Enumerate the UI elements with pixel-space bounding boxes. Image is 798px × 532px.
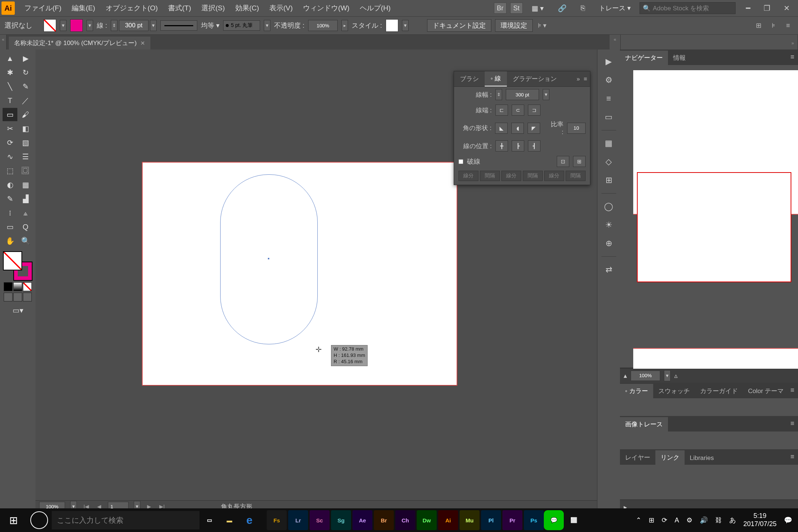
tool-3-1[interactable]: ／ (18, 94, 33, 107)
draw-normal[interactable] (4, 293, 13, 301)
tool-9-0[interactable]: ◐ (3, 178, 17, 191)
dash-preserve-exact[interactable]: ⊡ (557, 156, 569, 167)
stroke-dropdown[interactable]: ▼ (86, 20, 93, 31)
right-collapse-1[interactable]: « (610, 35, 621, 50)
ratio-input[interactable] (567, 123, 586, 134)
stroke-stepper[interactable]: ⇕ (111, 20, 117, 31)
minimize-button[interactable]: ━ (746, 4, 750, 13)
zoom-dropdown[interactable]: ▼ (664, 370, 671, 381)
draw-inside[interactable] (23, 293, 32, 301)
style-swatch[interactable] (386, 19, 398, 32)
taskbar-dw-icon[interactable]: Dw (417, 510, 437, 530)
taskbar-sc-icon[interactable]: Sc (310, 510, 330, 530)
swatches-tab[interactable]: スウォッチ (653, 384, 695, 398)
tool-12-1[interactable]: Q (18, 220, 33, 233)
trace-panel[interactable] (620, 432, 798, 449)
tool-8-1[interactable]: ⿴ (18, 164, 33, 177)
stroke-weight-input[interactable] (119, 20, 149, 31)
menu-help[interactable]: ヘルプ(H) (355, 0, 396, 16)
canvas[interactable]: ✛ W : 92.78 mm H : 161.93 mm R : 45.16 m… (35, 50, 597, 514)
navigator-tab[interactable]: ナビゲーター (620, 51, 668, 65)
zoom-out-icon[interactable]: ▴ (624, 372, 627, 380)
grid-icon[interactable]: ⊞ (753, 20, 764, 31)
taskbar-br-icon[interactable]: Br (374, 510, 394, 530)
image-trace-tab[interactable]: 画像トレース (620, 417, 668, 432)
fill-dropdown[interactable]: ▼ (60, 20, 66, 31)
color-menu-icon[interactable]: ≡ (790, 386, 794, 394)
tool-2-1[interactable]: ✎ (18, 80, 33, 93)
navigator-panel[interactable] (620, 65, 798, 368)
libraries-tab[interactable]: Libraries (685, 451, 719, 465)
zoom-input[interactable] (631, 371, 660, 381)
strip-icon-5[interactable]: ▦ (601, 136, 617, 151)
zoom-in-icon[interactable]: ▵ (674, 372, 678, 380)
strip-icon-2[interactable]: ≡ (601, 91, 617, 106)
uniform-label[interactable]: 均等 ▾ (201, 21, 219, 30)
fill-color-box[interactable] (3, 251, 22, 270)
tool-4-0[interactable]: ▭ (3, 108, 17, 121)
tool-5-0[interactable]: ✂ (3, 122, 17, 135)
color-mode-gradient[interactable] (13, 282, 22, 291)
tool-10-1[interactable]: ▟ (18, 192, 33, 205)
strip-icon-7[interactable]: ⊞ (601, 173, 617, 188)
tray-a-icon[interactable]: A (675, 516, 679, 524)
menu-view[interactable]: 表示(V) (264, 0, 298, 16)
tool-13-0[interactable]: ✋ (3, 234, 17, 248)
strip-icon-6[interactable]: ◇ (601, 154, 617, 170)
app-icon[interactable]: ⬜ (564, 510, 584, 530)
tool-7-0[interactable]: ∿ (3, 150, 17, 163)
dashed-checkbox[interactable] (458, 159, 463, 164)
opacity-input[interactable] (308, 20, 338, 31)
tray-ime-icon[interactable]: あ (729, 516, 736, 525)
edge-icon[interactable]: e (239, 510, 259, 530)
tool-7-1[interactable]: ☰ (18, 150, 33, 163)
color-themes-tab[interactable]: Color テーマ (743, 384, 789, 398)
preferences-button[interactable]: 環境設定 (495, 19, 533, 32)
cortana-icon[interactable] (30, 511, 48, 529)
menu-file[interactable]: ファイル(F) (19, 0, 66, 16)
menu-window[interactable]: ウィンドウ(W) (298, 0, 355, 16)
tool-0-0[interactable]: ▲ (3, 52, 17, 65)
style-dropdown[interactable]: ▼ (402, 20, 409, 31)
taskbar-ps-icon[interactable]: Ps (524, 510, 544, 530)
cap-round[interactable]: ⊂ (512, 105, 524, 116)
corner-bevel[interactable]: ◤ (528, 123, 540, 134)
brush-tab[interactable]: ブラシ (454, 71, 485, 86)
tool-1-0[interactable]: ✱ (3, 66, 17, 79)
screen-mode-button[interactable]: ▭▾ (10, 304, 25, 317)
tray-sync-icon[interactable]: ⟳ (662, 516, 667, 524)
task-view-icon[interactable]: ▭ (200, 510, 219, 530)
layers-menu-icon[interactable]: ≡ (790, 453, 794, 461)
tools-collapse[interactable]: « (0, 35, 7, 50)
strip-icon-0[interactable]: ▶ (601, 54, 617, 69)
start-button[interactable]: ⊞ (0, 508, 27, 532)
draw-behind[interactable] (13, 293, 22, 301)
line-icon[interactable]: 💬 (544, 510, 564, 530)
cap-butt[interactable]: ⊏ (495, 105, 508, 116)
taskbar-pr-icon[interactable]: Pr (502, 510, 522, 530)
tool-12-0[interactable]: ▭ (3, 220, 17, 233)
width-stepper[interactable]: ⇕ (495, 89, 502, 100)
color-guide-tab[interactable]: カラーガイド (695, 384, 743, 398)
corner-miter[interactable]: ◣ (495, 123, 508, 134)
links-panel[interactable] (620, 465, 798, 499)
tool-9-1[interactable]: ▦ (18, 178, 33, 191)
maximize-button[interactable]: ❐ (764, 4, 770, 13)
dash-align-corners[interactable]: ⊞ (573, 156, 586, 167)
close-tab-icon[interactable]: ✕ (140, 40, 145, 47)
strip-icon-1[interactable]: ⚙ (601, 72, 617, 88)
color-panel[interactable] (620, 398, 798, 416)
taskbar-ae-icon[interactable]: Ae (352, 510, 372, 530)
tool-4-1[interactable]: 🖌 (18, 108, 33, 121)
align-dropdown[interactable]: ⊧ ▾ (536, 20, 548, 31)
strip-icon-10[interactable]: ☀ (601, 217, 617, 233)
tray-volume-icon[interactable]: 🔊 (700, 516, 708, 524)
arrange-icon[interactable]: ▦ ▾ (526, 4, 549, 13)
color-mode-none[interactable] (23, 282, 32, 291)
panel-expand-icon[interactable]: » (577, 76, 580, 82)
tool-6-1[interactable]: ▧ (18, 136, 33, 149)
align-center[interactable]: ╋ (495, 140, 508, 151)
tray-wifi-icon[interactable]: ⚙ (686, 516, 692, 524)
menu-edit[interactable]: 編集(E) (66, 0, 100, 16)
tool-11-1[interactable]: ⟁ (18, 206, 33, 219)
